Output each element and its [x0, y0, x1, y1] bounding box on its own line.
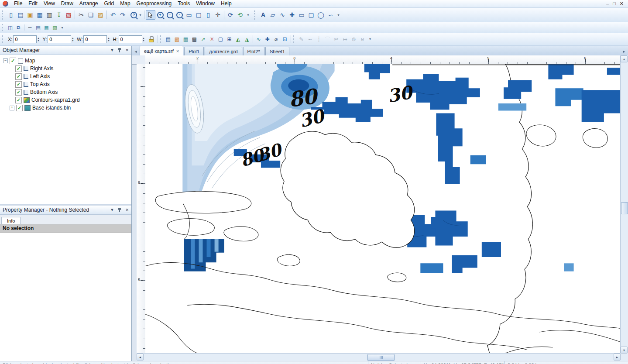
zoom-out-icon[interactable]: −: [165, 10, 175, 20]
menu-help[interactable]: Help: [218, 0, 235, 7]
toolbar-grip[interactable]: [2, 24, 4, 31]
menu-geoprocessing[interactable]: Geoprocessing: [134, 0, 175, 7]
vertical-scroll-thumb[interactable]: [621, 202, 628, 214]
lock-aspect-icon[interactable]: [149, 36, 154, 42]
trim-icon[interactable]: ✂: [332, 35, 341, 44]
pan-icon[interactable]: ✛: [213, 10, 223, 20]
zoom-help-icon[interactable]: ?▾: [130, 10, 143, 20]
tree-item-right-axis[interactable]: ✓ Right Axis: [0, 65, 131, 72]
tab-scroll-left-icon[interactable]: ◄: [133, 48, 139, 55]
panel-close-icon[interactable]: ✕: [125, 48, 129, 52]
break-polyline-icon[interactable]: ┊: [315, 35, 323, 44]
union-icon[interactable]: ⊎: [358, 35, 367, 44]
property-manager-toggle-icon[interactable]: ▤: [34, 24, 42, 31]
checkbox[interactable]: ✓: [15, 65, 22, 72]
menu-arrange[interactable]: Arrange: [76, 0, 101, 7]
vector-map-icon[interactable]: ↗: [199, 35, 208, 44]
scroll-left-icon[interactable]: ◄: [137, 354, 144, 361]
x-input[interactable]: [13, 35, 37, 43]
3d-surface-icon[interactable]: ◭: [234, 35, 243, 44]
select-tool-icon[interactable]: [146, 10, 155, 20]
horizontal-scrollbar[interactable]: ◄ ►: [137, 353, 621, 361]
scroll-up-icon[interactable]: ▲: [621, 55, 628, 62]
checkbox[interactable]: ✓: [15, 97, 22, 103]
toolbar-overflow-icon[interactable]: ▾: [336, 10, 341, 20]
property-manager-titlebar[interactable]: Property Manager - Nothing Selected ▼ ✕: [0, 206, 131, 215]
open-icon[interactable]: ▣: [25, 10, 35, 20]
panel-menu-icon[interactable]: ▼: [110, 208, 114, 212]
spline-tool-icon[interactable]: ∽: [326, 10, 335, 20]
grid-editor-icon[interactable]: ▧: [64, 10, 73, 20]
y-input[interactable]: [48, 35, 71, 43]
tab-sheet1[interactable]: Sheet1: [265, 47, 289, 55]
contour-map-icon[interactable]: ▤: [164, 35, 173, 44]
tab-info[interactable]: Info: [1, 217, 21, 224]
minimize-button[interactable]: –: [606, 1, 609, 7]
toolbar-grip[interactable]: [293, 35, 295, 43]
object-manager-titlebar[interactable]: Object Manager ▼ ✕: [0, 46, 131, 55]
menu-file[interactable]: File: [11, 0, 25, 7]
grid-node-editor-icon[interactable]: ⊡: [281, 35, 289, 44]
app-logo-icon[interactable]: [3, 1, 8, 7]
smooth-polyline-icon[interactable]: ∽: [306, 35, 315, 44]
tree-item-left-axis[interactable]: ✓ Left Axis: [0, 72, 131, 80]
tab-scroll-right-icon[interactable]: ►: [621, 48, 627, 55]
menu-draw[interactable]: Draw: [58, 0, 76, 7]
symbol-tool-icon[interactable]: ✚: [287, 10, 297, 20]
restore-button[interactable]: □: [613, 1, 616, 7]
height-input[interactable]: [119, 35, 142, 43]
script-window-icon[interactable]: ▧: [51, 24, 59, 31]
tree-item-top-axis[interactable]: ✓ Top Axis: [0, 80, 131, 88]
extend-icon[interactable]: ↦: [341, 35, 350, 44]
vertical-ruler[interactable]: 6 5: [137, 64, 146, 354]
object-manager-toggle-icon[interactable]: ☰: [26, 24, 34, 31]
refresh-icon[interactable]: ⟲: [235, 10, 245, 20]
checkbox[interactable]: ✓: [16, 105, 23, 111]
toolbar-overflow-icon[interactable]: ▾: [368, 35, 373, 44]
3d-wireframe-icon[interactable]: ◮: [243, 35, 251, 44]
cascade-windows-icon[interactable]: ⧉: [14, 24, 23, 31]
cut-icon[interactable]: ✂: [76, 10, 86, 20]
grid-values-map-icon[interactable]: ⊞: [225, 35, 234, 44]
copy-icon[interactable]: ❏: [86, 10, 96, 20]
close-button[interactable]: ✕: [620, 1, 624, 7]
rounded-rectangle-tool-icon[interactable]: ▢: [306, 10, 316, 20]
new-worksheet-icon[interactable]: ▤: [16, 10, 25, 20]
menu-window[interactable]: Window: [193, 0, 218, 7]
zoom-page-icon[interactable]: ▯: [203, 10, 213, 20]
tile-windows-icon[interactable]: ◫: [6, 24, 14, 31]
map-redraw-icon[interactable]: ⟳: [226, 10, 235, 20]
toolbar-overflow-icon[interactable]: ▾: [60, 24, 65, 31]
collapse-icon[interactable]: −: [3, 58, 8, 63]
panel-menu-icon[interactable]: ▼: [110, 48, 114, 52]
new-plot-icon[interactable]: ▯: [6, 10, 16, 20]
image-map-icon[interactable]: ▦: [182, 35, 190, 44]
width-spinner[interactable]: ▴▾: [108, 37, 109, 42]
zoom-in-icon[interactable]: +: [155, 10, 165, 20]
menu-map[interactable]: Map: [117, 0, 133, 7]
post-map-icon[interactable]: ✳: [208, 35, 216, 44]
toolbar-grip[interactable]: [254, 10, 257, 20]
profile-icon[interactable]: ∿: [254, 35, 263, 44]
pin-icon[interactable]: [117, 207, 122, 213]
scroll-down-icon[interactable]: ▼: [621, 347, 628, 354]
toolbar-grip[interactable]: [160, 35, 162, 43]
checkbox[interactable]: ✓: [15, 89, 22, 96]
undo-icon[interactable]: ↶: [108, 10, 118, 20]
width-input[interactable]: [83, 35, 107, 43]
base-map-icon[interactable]: ▢: [216, 35, 225, 44]
tree-item-map[interactable]: − ✓ Map: [0, 57, 131, 65]
checkbox[interactable]: ✓: [15, 81, 22, 88]
toolbar-grip[interactable]: [2, 10, 4, 20]
toolbar-overflow-icon[interactable]: ▾: [246, 10, 251, 20]
vertical-scrollbar[interactable]: ▲ ▼: [620, 55, 628, 354]
y-spinner[interactable]: ▴▾: [72, 37, 73, 42]
shaded-relief-map-icon[interactable]: ▩: [190, 35, 199, 44]
menu-grid[interactable]: Grid: [101, 0, 117, 7]
polyline-tool-icon[interactable]: ∿: [278, 10, 287, 20]
menu-edit[interactable]: Edit: [25, 0, 41, 7]
checkbox[interactable]: ✓: [10, 58, 16, 64]
tab-grd[interactable]: длятесте.grd: [205, 47, 242, 55]
measure-icon[interactable]: ⌀: [272, 35, 281, 44]
rectangle-tool-icon[interactable]: ▭: [297, 10, 306, 20]
